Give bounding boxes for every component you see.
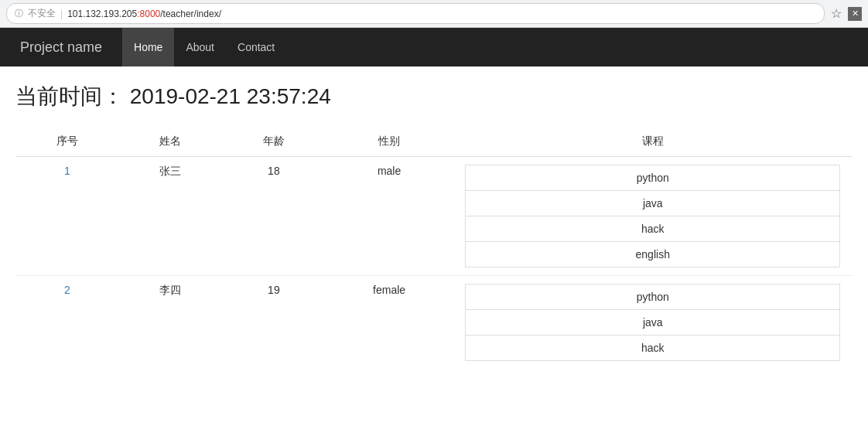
navbar-brand: Project name: [12, 39, 110, 56]
col-header-name: 姓名: [119, 127, 223, 157]
current-time-value: 2019-02-21 23:57:24: [130, 84, 331, 108]
browser-chrome: ⓘ 不安全 | 101.132.193.205:8000/teacher/ind…: [0, 0, 868, 28]
current-time-label: 当前时间：: [15, 84, 124, 108]
table-header-row: 序号 姓名 年龄 性别 课程: [15, 127, 853, 157]
cell-name: 张三: [119, 157, 223, 276]
cell-age: 19: [222, 276, 326, 370]
nav-item-about[interactable]: About: [174, 28, 226, 66]
browser-actions: ☆ ✕: [831, 6, 862, 21]
col-header-courses: 课程: [453, 127, 853, 157]
close-button[interactable]: ✕: [848, 7, 862, 21]
cell-gender: male: [326, 157, 453, 276]
col-header-age: 年龄: [222, 127, 326, 157]
url-host: 101.132.193.205:8000/teacher/index/: [67, 9, 221, 19]
insecure-label: 不安全: [28, 7, 56, 20]
address-bar[interactable]: ⓘ 不安全 | 101.132.193.205:8000/teacher/ind…: [6, 3, 825, 24]
col-header-gender: 性别: [326, 127, 453, 157]
cell-gender: female: [326, 276, 453, 370]
navbar-items: Home About Contact: [122, 28, 286, 66]
course-item: english: [466, 242, 839, 267]
data-table: 序号 姓名 年龄 性别 课程 1张三18malepythonjavahacken…: [15, 127, 853, 369]
cell-id: 1: [15, 157, 119, 276]
course-item: hack: [466, 216, 839, 242]
cell-courses: pythonjavahackenglish: [453, 157, 853, 276]
course-item: python: [466, 165, 839, 191]
cell-name: 李四: [119, 276, 223, 370]
insecure-icon: ⓘ: [15, 8, 23, 19]
cell-id: 2: [15, 276, 119, 370]
cell-age: 18: [222, 157, 326, 276]
cell-courses: pythonjavahack: [453, 276, 853, 370]
col-header-id: 序号: [15, 127, 119, 157]
course-item: java: [466, 310, 839, 336]
nav-item-contact[interactable]: Contact: [226, 28, 286, 66]
bookmark-button[interactable]: ☆: [831, 6, 842, 21]
table-row: 2李四19femalepythonjavahack: [15, 276, 853, 370]
navbar: Project name Home About Contact: [0, 28, 868, 66]
main-content: 当前时间： 2019-02-21 23:57:24 序号 姓名 年龄 性别 课程…: [0, 66, 868, 384]
table-row: 1张三18malepythonjavahackenglish: [15, 157, 853, 276]
course-item: hack: [466, 336, 839, 360]
current-time-heading: 当前时间： 2019-02-21 23:57:24: [15, 82, 853, 111]
course-item: python: [466, 284, 839, 310]
nav-item-home[interactable]: Home: [122, 28, 174, 66]
course-item: java: [466, 191, 839, 216]
